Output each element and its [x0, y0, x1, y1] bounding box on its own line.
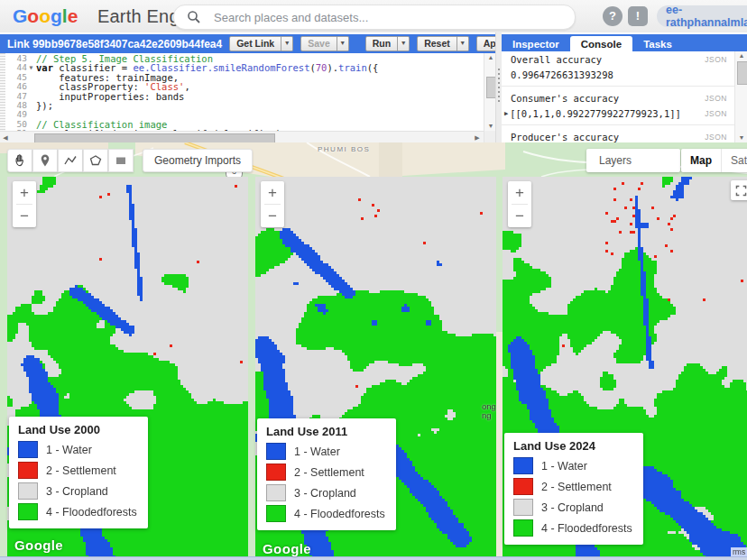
zoom-out-button[interactable]: −	[13, 205, 36, 227]
legend-swatch	[18, 441, 38, 458]
console-output: Overall accuracyJSON0.9964726631393298Co…	[502, 51, 734, 142]
json-tag[interactable]: JSON	[705, 55, 727, 64]
landuse-legend: Land Use 20241 - Water2 - Settlement3 - …	[504, 433, 643, 545]
run-caret-icon[interactable]: ▼	[398, 36, 410, 51]
map-type-map-button[interactable]: Map	[681, 149, 722, 172]
json-tag[interactable]: JSON	[705, 94, 727, 103]
console-scroll-thumb[interactable]	[737, 61, 747, 85]
get-link-button[interactable]: Get Link	[229, 36, 281, 51]
reset-caret-icon[interactable]: ▼	[457, 36, 469, 51]
polygon-icon[interactable]	[83, 149, 108, 172]
legend-title: Land Use 2000	[18, 423, 137, 436]
google-logo-letter: G	[13, 5, 27, 26]
middle-section: Link 99bb9678e58f3407ca42e2609b44fea4 Ge…	[0, 32, 747, 142]
save-button[interactable]: Save	[300, 36, 337, 51]
legend-row: 3 - Cropland	[18, 482, 137, 500]
legend-swatch	[18, 462, 38, 479]
json-tag[interactable]: JSON	[705, 109, 727, 118]
legend-swatch	[18, 482, 38, 500]
legend-label: 4 - Floodedforests	[294, 508, 385, 520]
legend-swatch	[266, 484, 286, 501]
tab-console[interactable]: Console	[570, 36, 632, 51]
save-caret-icon[interactable]: ▼	[337, 36, 349, 51]
get-link-caret-icon[interactable]: ▼	[281, 36, 293, 51]
legend-row: 1 - Water	[18, 441, 137, 458]
zoom-in-button[interactable]: +	[508, 181, 531, 204]
tab-inspector[interactable]: Inspector	[502, 36, 570, 51]
scroll-right-icon[interactable]: ▶	[472, 134, 483, 142]
scroll-left-icon[interactable]: ◀	[0, 134, 11, 142]
legend-label: 4 - Floodedforests	[541, 522, 632, 535]
legend-title: Land Use 2024	[513, 439, 632, 453]
geometry-toolbar: Geometry Imports	[7, 149, 253, 172]
pan-hand-icon[interactable]	[7, 149, 32, 172]
map-type-control: Map Satellite	[681, 149, 747, 172]
fold-gutter	[27, 120, 35, 129]
google-watermark: Google	[263, 541, 311, 556]
console-text: 0.9964726631393298	[511, 69, 613, 80]
editor-hscroll-thumb[interactable]	[34, 133, 275, 142]
username: ee-rathphannalmla	[666, 4, 747, 29]
google-logo-letter: g	[51, 5, 62, 26]
legend-label: 1 - Water	[294, 445, 340, 458]
tab-tasks[interactable]: Tasks	[632, 36, 683, 51]
legend-swatch	[266, 443, 286, 460]
editor-toolbar: Link 99bb9678e58f3407ca42e2609b44fea4 Ge…	[0, 34, 499, 53]
google-logo: Google	[13, 5, 78, 27]
console-scrollbar[interactable]: ▲ ▼	[734, 51, 747, 142]
code-line[interactable]: 47 inputProperties: bands	[5, 92, 484, 101]
code-lines[interactable]: 43// Step 5. Image Classification44▼var …	[5, 54, 484, 142]
expand-arrow-icon[interactable]: ▶	[504, 110, 508, 117]
fold-gutter	[27, 110, 35, 119]
fold-arrow-icon[interactable]: ▼	[27, 63, 35, 72]
zoom-out-button[interactable]: −	[508, 205, 531, 227]
reset-button[interactable]: Reset	[417, 36, 457, 51]
code-area[interactable]: 43// Step 5. Image Classification44▼var …	[0, 53, 499, 142]
code-line[interactable]: 48});	[5, 101, 484, 110]
geometry-imports-button[interactable]: Geometry Imports	[143, 149, 253, 172]
console-row: 0.9964726631393298	[502, 67, 734, 82]
map-type-satellite-button[interactable]: Satellite	[722, 149, 747, 172]
fold-gutter	[27, 101, 35, 110]
polyline-icon[interactable]	[58, 149, 83, 172]
map-section[interactable]: PHUMI BOS 6 Geometry Imports Layers Map …	[0, 142, 747, 560]
console-row[interactable]: ▶[[0,1,1,0.9922779922779923,1]]JSON	[502, 106, 734, 121]
legend-label: 1 - Water	[46, 444, 92, 456]
search-input[interactable]: Search places and datasets...	[173, 5, 576, 30]
bottom-scroll-strip[interactable]	[0, 556, 747, 560]
legend-swatch	[513, 478, 533, 495]
legend-row: 3 - Cropland	[513, 499, 632, 516]
marker-icon[interactable]	[32, 149, 58, 172]
fullscreen-icon[interactable]	[731, 180, 747, 200]
zoom-in-button[interactable]: +	[13, 181, 36, 204]
top-bar: Google Earth Engine Search places and da…	[0, 0, 747, 33]
help-icon[interactable]: ?	[603, 6, 622, 26]
zoom-in-button[interactable]: +	[261, 181, 284, 204]
legend-row: 2 - Settlement	[18, 462, 137, 479]
layers-button[interactable]: Layers	[586, 149, 680, 172]
fold-gutter	[27, 54, 35, 63]
legend-title: Land Use 2011	[266, 425, 385, 438]
legend-row: 2 - Settlement	[266, 464, 385, 481]
legend-swatch	[18, 503, 38, 520]
fold-gutter	[27, 82, 35, 91]
zoom-control: +−	[261, 181, 284, 227]
legend-row: 4 - Floodedforests	[266, 505, 385, 522]
landuse-legend: Land Use 20001 - Water2 - Settlement3 - …	[9, 417, 148, 528]
google-logo-letter: e	[68, 5, 78, 26]
legend-row: 4 - Floodedforests	[18, 503, 137, 520]
console-scroll-down-icon[interactable]: ▼	[735, 133, 747, 142]
right-panel-tabs: Inspector Console Tasks	[502, 34, 747, 51]
zoom-control: +−	[13, 181, 36, 227]
zoom-out-button[interactable]: −	[261, 205, 284, 227]
editor-horizontal-scrollbar[interactable]: ◀ ▶	[0, 131, 484, 142]
feedback-icon[interactable]: !	[628, 6, 648, 26]
rectangle-icon[interactable]	[108, 149, 134, 172]
legend-label: 1 - Water	[541, 460, 587, 473]
user-account-chip[interactable]: ee-rathphannalmla	[657, 5, 747, 27]
console-scroll-up-icon[interactable]: ▲	[735, 51, 747, 60]
run-button[interactable]: Run	[365, 36, 398, 51]
json-tag[interactable]: JSON	[705, 133, 727, 142]
console-row: Consumer's accuracyJSON	[502, 90, 734, 106]
legend-swatch	[513, 457, 533, 474]
